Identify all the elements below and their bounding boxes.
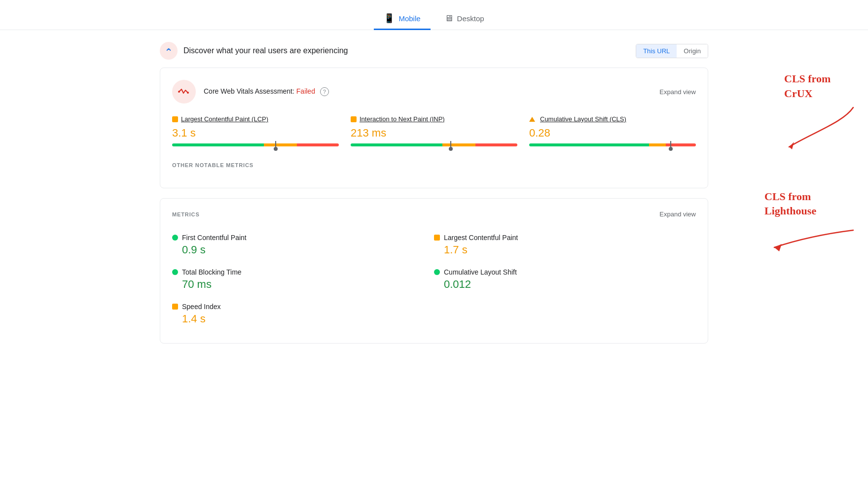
desktop-icon: 🖥 xyxy=(444,13,453,24)
inp-value: 213 ms xyxy=(351,127,517,139)
svg-point-0 xyxy=(165,47,173,55)
svg-point-3 xyxy=(187,92,189,94)
lcp-link[interactable]: Largest Contentful Paint (LCP) xyxy=(181,115,268,123)
inp-bar-orange xyxy=(442,143,476,146)
lcp-bar-orange xyxy=(264,143,297,146)
si-value: 1.4 s xyxy=(182,313,434,325)
url-origin-toggle: This URL Origin xyxy=(636,44,708,58)
lh-metrics-card: METRICS Expand view First Contentful Pai… xyxy=(160,198,708,344)
tbt-label-text: Total Blocking Time xyxy=(182,268,242,276)
inp-bar-green xyxy=(351,143,442,146)
cls-link[interactable]: Cumulative Layout Shift (CLS) xyxy=(540,115,626,123)
tbt-value: 70 ms xyxy=(182,278,434,291)
inp-marker xyxy=(450,141,451,149)
lcp-marker xyxy=(275,141,276,149)
fcp-dot xyxy=(172,235,178,241)
origin-button[interactable]: Origin xyxy=(677,44,708,58)
fcp-metric: First Contentful Paint 0.9 s xyxy=(172,228,434,262)
cls-progress-bar xyxy=(529,143,696,146)
si-label: Speed Index xyxy=(172,303,434,311)
other-notable-metrics-label: OTHER NOTABLE METRICS xyxy=(172,162,696,168)
cwv-status: Failed xyxy=(296,87,315,95)
lcp-bar-green xyxy=(172,143,264,146)
cls-lh-dot xyxy=(434,269,440,275)
lcp-lh-label-text: Largest Contentful Paint xyxy=(444,234,518,242)
lcp-lh-metric: Largest Contentful Paint 1.7 s xyxy=(434,228,696,262)
fcp-label: First Contentful Paint xyxy=(172,234,434,242)
lh-annotation-text: CLS fromLighthouse xyxy=(764,189,863,218)
svg-point-2 xyxy=(178,91,180,93)
lcp-lh-value: 1.7 s xyxy=(444,244,696,256)
lh-metrics-grid: First Contentful Paint 0.9 s Total Block… xyxy=(172,228,696,331)
tab-desktop-label: Desktop xyxy=(457,14,484,23)
tab-mobile[interactable]: 📱 Mobile xyxy=(374,8,430,30)
this-url-button[interactable]: This URL xyxy=(636,44,677,58)
fcp-value: 0.9 s xyxy=(182,244,434,256)
inp-bar-red xyxy=(475,143,517,146)
expand-view-link[interactable]: Expand view xyxy=(659,88,696,96)
help-icon[interactable]: ? xyxy=(320,87,329,96)
lcp-lh-dot xyxy=(434,235,440,241)
lh-expand-link[interactable]: Expand view xyxy=(659,210,696,218)
svg-marker-4 xyxy=(789,142,794,149)
section-header: Discover what your real users are experi… xyxy=(160,42,708,60)
cwv-assessment-text: Core Web Vitals Assessment: xyxy=(204,87,294,95)
tab-mobile-label: Mobile xyxy=(398,14,420,23)
si-label-text: Speed Index xyxy=(182,303,221,311)
cls-crux-value: 0.28 xyxy=(529,127,696,139)
cwv-icon xyxy=(172,80,196,104)
inp-link[interactable]: Interaction to Next Paint (INP) xyxy=(360,115,445,123)
svg-point-1 xyxy=(168,48,169,50)
tbt-label: Total Blocking Time xyxy=(172,268,434,276)
lcp-progress-bar xyxy=(172,143,339,146)
lh-card-header: METRICS Expand view xyxy=(172,210,696,218)
cls-bar-orange xyxy=(649,143,666,146)
si-metric: Speed Index 1.4 s xyxy=(172,297,434,331)
cwv-title-area: Core Web Vitals Assessment: Failed ? xyxy=(172,80,329,104)
lcp-lh-label: Largest Contentful Paint xyxy=(434,234,696,242)
inp-progress-bar xyxy=(351,143,517,146)
tab-desktop[interactable]: 🖥 Desktop xyxy=(434,8,494,30)
cls-indicator xyxy=(529,117,535,122)
cwv-assessment-label: Core Web Vitals Assessment: Failed ? xyxy=(204,87,329,96)
cwv-card: Core Web Vitals Assessment: Failed ? Exp… xyxy=(160,68,708,188)
lh-arrow-svg xyxy=(764,220,863,260)
tbt-dot xyxy=(172,269,178,275)
lh-card-title: METRICS xyxy=(172,211,200,217)
inp-label: Interaction to Next Paint (INP) xyxy=(351,115,517,123)
lh-annotation: CLS fromLighthouse xyxy=(764,189,863,260)
tbt-metric: Total Blocking Time 70 ms xyxy=(172,262,434,297)
lcp-value: 3.1 s xyxy=(172,127,339,139)
section-title-text: Discover what your real users are experi… xyxy=(183,46,348,55)
crux-arrow-svg xyxy=(784,103,863,162)
cls-crux-metric: Cumulative Layout Shift (CLS) 0.28 xyxy=(529,115,696,146)
lcp-bar-red xyxy=(297,143,339,146)
lcp-indicator xyxy=(172,116,178,122)
si-dot xyxy=(172,304,178,310)
lh-metrics-left: First Contentful Paint 0.9 s Total Block… xyxy=(172,228,434,331)
cls-lh-label-text: Cumulative Layout Shift xyxy=(444,268,517,276)
inp-indicator xyxy=(351,116,357,122)
cls-bar-green xyxy=(529,143,649,146)
lh-metrics-right: Largest Contentful Paint 1.7 s Cumulativ… xyxy=(434,228,696,331)
cls-label: Cumulative Layout Shift (CLS) xyxy=(529,115,696,123)
cwv-header: Core Web Vitals Assessment: Failed ? Exp… xyxy=(172,80,696,104)
inp-metric: Interaction to Next Paint (INP) 213 ms xyxy=(351,115,517,146)
mobile-icon: 📱 xyxy=(384,13,395,24)
lcp-metric: Largest Contentful Paint (LCP) 3.1 s xyxy=(172,115,339,146)
cls-lh-metric: Cumulative Layout Shift 0.012 xyxy=(434,262,696,297)
cls-lh-label: Cumulative Layout Shift xyxy=(434,268,696,276)
tab-bar: 📱 Mobile 🖥 Desktop xyxy=(0,0,868,30)
cls-marker xyxy=(670,141,671,149)
crux-annotation-text: CLS fromCrUX xyxy=(784,71,863,101)
cwv-metrics-grid: Largest Contentful Paint (LCP) 3.1 s xyxy=(172,115,696,146)
section-title-area: Discover what your real users are experi… xyxy=(160,42,348,60)
cls-lh-value: 0.012 xyxy=(444,278,696,291)
crux-annotation: CLS fromCrUX xyxy=(784,71,863,162)
fcp-label-text: First Contentful Paint xyxy=(182,234,247,242)
svg-marker-5 xyxy=(774,244,782,251)
crux-icon xyxy=(160,42,178,60)
lcp-label: Largest Contentful Paint (LCP) xyxy=(172,115,339,123)
